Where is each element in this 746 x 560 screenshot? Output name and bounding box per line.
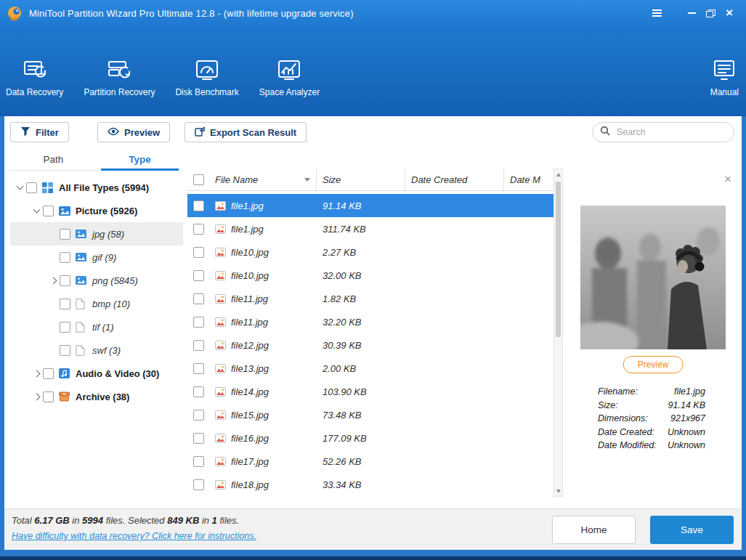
save-button[interactable]: Save: [650, 516, 734, 544]
tab-type[interactable]: Type: [97, 148, 183, 170]
file-date-modified: [504, 380, 554, 403]
file-date-created: [405, 380, 504, 403]
tree-item[interactable]: swf (3): [10, 338, 183, 362]
file-name: file18.jpg: [231, 479, 269, 490]
row-checkbox[interactable]: [193, 224, 204, 235]
table-row[interactable]: file1.jpg91.14 KB: [187, 194, 554, 217]
tree-item[interactable]: Picture (5926): [10, 199, 183, 222]
table-row[interactable]: file15.jpg73.48 KB: [187, 403, 554, 426]
preview-button[interactable]: Preview: [97, 122, 170, 142]
row-checkbox[interactable]: [193, 363, 204, 374]
file-date-created: [405, 333, 504, 357]
row-checkbox[interactable]: [193, 479, 204, 490]
export-scan-result-button[interactable]: Export Scan Result: [185, 122, 307, 142]
tab-path[interactable]: Path: [10, 148, 97, 170]
tree-checkbox[interactable]: [60, 275, 70, 286]
tree-item[interactable]: Archive (38): [10, 385, 183, 408]
select-all-checkbox[interactable]: [193, 174, 204, 185]
main-content: Filter Preview Export Scan Result: [4, 116, 742, 508]
table-row[interactable]: file10.jpg2.27 KB: [187, 240, 554, 264]
table-row[interactable]: file12.jpg30.39 KB: [187, 333, 554, 357]
tree-checkbox[interactable]: [43, 391, 54, 402]
table-row[interactable]: file1.jpg311.74 KB: [187, 217, 554, 240]
table-row[interactable]: file16.jpg177.09 KB: [187, 426, 554, 450]
tree-item[interactable]: jpg (58): [10, 222, 183, 245]
tree-item[interactable]: All File Types (5994): [10, 176, 183, 199]
jpeg-file-icon: [215, 248, 226, 257]
row-checkbox[interactable]: [193, 200, 204, 211]
expand-right-icon[interactable]: [48, 275, 60, 286]
sort-descending-icon[interactable]: [304, 178, 310, 182]
tab-type-label: Type: [129, 154, 151, 165]
jpeg-file-icon: [215, 201, 226, 211]
help-link[interactable]: Have difficulty with data recovery? Clic…: [12, 531, 256, 541]
close-button[interactable]: ×: [720, 4, 739, 22]
tree-checkbox[interactable]: [43, 368, 54, 379]
file-name: file15.jpg: [231, 410, 269, 421]
home-button[interactable]: Home: [552, 516, 636, 544]
scroll-down-icon[interactable]: [554, 486, 562, 496]
tree-checkbox[interactable]: [60, 299, 70, 309]
column-date-modified[interactable]: Date M: [504, 169, 554, 190]
toolbar-item-disk-benchmark[interactable]: Disk Benchmark: [175, 57, 238, 97]
table-scrollbar[interactable]: [554, 169, 563, 497]
expand-right-icon[interactable]: [31, 368, 43, 379]
tree-checkbox[interactable]: [26, 182, 37, 193]
tree-checkbox[interactable]: [60, 322, 70, 333]
tree-item[interactable]: bmp (10): [10, 292, 183, 315]
tree-item[interactable]: Audio & Video (30): [10, 362, 183, 385]
row-checkbox[interactable]: [193, 340, 204, 351]
table-row[interactable]: file10.jpg32.00 KB: [187, 264, 554, 287]
row-checkbox[interactable]: [193, 293, 204, 304]
preview-close-icon[interactable]: ×: [724, 173, 731, 185]
file-size: 33.34 KB: [317, 473, 405, 496]
tree-item-label: gif (9): [92, 252, 116, 263]
toolbar-item-label: Manual: [710, 87, 739, 97]
file-name: file10.jpg: [231, 270, 269, 281]
tree-checkbox[interactable]: [43, 206, 54, 216]
expand-down-icon[interactable]: [15, 182, 26, 193]
tree-item[interactable]: png (5845): [10, 269, 183, 292]
expand-down-icon[interactable]: [31, 205, 43, 216]
scrollbar-thumb[interactable]: [556, 182, 561, 337]
maximize-button[interactable]: [701, 4, 720, 22]
row-checkbox[interactable]: [193, 410, 204, 421]
table-row[interactable]: file14.jpg103.90 KB: [187, 380, 554, 403]
expand-right-icon[interactable]: [31, 391, 43, 402]
column-size[interactable]: Size: [317, 169, 405, 190]
scroll-up-icon[interactable]: [554, 169, 562, 179]
tree-item[interactable]: gif (9): [10, 245, 183, 269]
toolbar-item-data-recovery[interactable]: Data Recovery: [6, 57, 63, 97]
row-checkbox[interactable]: [193, 247, 204, 258]
table-row[interactable]: file17.jpg52.26 KB: [187, 450, 554, 473]
row-checkbox[interactable]: [193, 456, 204, 467]
image-preview-button[interactable]: Preview: [623, 356, 684, 373]
tree-checkbox[interactable]: [60, 345, 70, 356]
row-checkbox[interactable]: [193, 270, 204, 281]
toolbar-item-partition-recovery[interactable]: Partition Recovery: [84, 57, 155, 97]
summary-segment: 1: [212, 515, 217, 526]
tree-checkbox[interactable]: [60, 252, 70, 263]
toolbar-item-space-analyzer[interactable]: Space Analyzer: [259, 57, 320, 97]
filter-button[interactable]: Filter: [10, 122, 69, 142]
table-row[interactable]: file18.jpg33.34 KB: [187, 473, 554, 496]
tree-checkbox[interactable]: [60, 229, 70, 240]
file-size: 30.39 KB: [317, 333, 405, 357]
tree-item[interactable]: tif (1): [10, 315, 183, 338]
picture-icon: [59, 206, 71, 216]
row-checkbox[interactable]: [193, 433, 204, 444]
column-date-created[interactable]: Date Created: [405, 169, 504, 190]
column-file-name[interactable]: File Name: [209, 169, 317, 190]
menu-icon[interactable]: [647, 4, 666, 22]
row-checkbox[interactable]: [193, 317, 204, 328]
row-checkbox[interactable]: [193, 386, 204, 397]
toolbar-item-label: Data Recovery: [6, 87, 63, 97]
file-size: 2.27 KB: [317, 240, 405, 264]
column-label: Size: [323, 174, 341, 185]
minimize-button[interactable]: [682, 4, 701, 22]
table-row[interactable]: file11.jpg1.82 KB: [187, 287, 554, 310]
table-row[interactable]: file13.jpg2.00 KB: [187, 357, 554, 380]
jpeg-file-icon: [215, 317, 226, 327]
toolbar-item-manual[interactable]: Manual: [710, 57, 739, 97]
table-row[interactable]: file11.jpg32.20 KB: [187, 310, 554, 333]
